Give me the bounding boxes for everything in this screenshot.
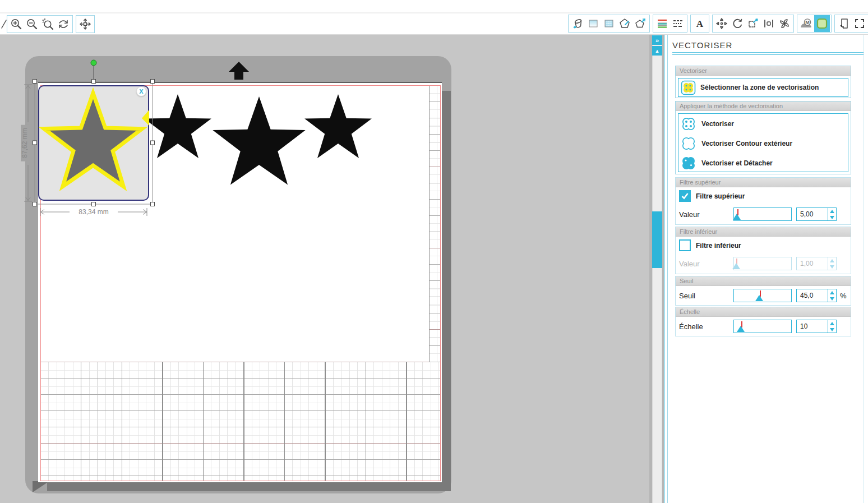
trace-method-list: Vectoriser Vectoriser Contour extérieur … <box>678 113 848 172</box>
zoom-in-button[interactable] <box>8 16 24 33</box>
trace-label: Vectoriser <box>701 120 734 128</box>
move-button[interactable] <box>714 15 730 32</box>
scale-row: Échelle 10 <box>679 320 848 333</box>
fill-color-button[interactable] <box>570 15 585 32</box>
spin-up-button[interactable] <box>828 289 836 296</box>
low-pass-value-spinner <box>828 257 837 270</box>
spacing-button[interactable] <box>761 15 777 32</box>
spin-down-button <box>828 264 836 270</box>
page-setup-icon <box>838 17 850 30</box>
high-pass-value-row: Valeur 5,00 <box>679 207 848 221</box>
high-pass-filter-label: Filtre supérieur <box>696 192 745 200</box>
section-header: Appliquer la méthode de vectorisation <box>676 101 851 111</box>
value-label: Valeur <box>679 210 733 219</box>
offset-icon <box>634 17 647 30</box>
scale-label: Échelle <box>679 322 733 331</box>
trace-and-detach-button[interactable]: Vectoriser et Détacher <box>678 153 848 173</box>
vectorize-button[interactable] <box>814 15 830 32</box>
line-style-icon <box>672 17 684 30</box>
trace-button[interactable]: Vectoriser <box>678 114 848 133</box>
high-pass-filter-checkbox-row[interactable]: Filtre supérieur <box>679 190 745 202</box>
section-threshold: Seuil Seuil 45,0 % <box>675 276 851 306</box>
scrollbar-track[interactable] <box>652 35 662 503</box>
zoom-selection-button[interactable] <box>40 16 56 33</box>
threshold-input[interactable]: 45,0 <box>796 289 828 302</box>
line-effects-button[interactable] <box>617 15 632 32</box>
toolbar-left <box>1 15 98 33</box>
slider-thumb[interactable] <box>755 295 763 301</box>
section-header: Seuil <box>676 276 851 286</box>
pan-icon <box>57 18 70 30</box>
select-trace-area-button[interactable]: Sélectionner la zone de vectorisation <box>678 78 848 97</box>
slider-thumb <box>732 263 740 269</box>
rotate-icon <box>731 17 744 30</box>
fit-to-page-icon <box>79 18 91 30</box>
spin-up-button <box>828 257 836 264</box>
section-trace-method: Appliquer la méthode de vectorisation Ve… <box>675 101 851 174</box>
offset-button[interactable] <box>632 15 648 32</box>
text-style-button[interactable]: A <box>692 15 708 32</box>
scrollbar-thumb[interactable] <box>652 211 662 268</box>
page-tools-group <box>834 15 868 33</box>
low-pass-filter-checkbox-row[interactable]: Filtre inférieur <box>679 239 741 251</box>
transform-tools-group <box>712 15 794 33</box>
slider-thumb[interactable] <box>733 214 741 220</box>
section-header: Vectoriser <box>676 66 851 76</box>
image-effects-icon: M <box>800 17 813 30</box>
panel-title: VECTORISER <box>672 40 732 50</box>
close-selection-button[interactable]: X <box>136 86 146 96</box>
zoom-tools-group <box>7 15 73 33</box>
trace-icon <box>680 116 697 132</box>
svg-text:A: A <box>696 19 704 29</box>
pencil-partial-icon[interactable] <box>1 17 7 31</box>
fill-gradient-button[interactable] <box>585 15 601 32</box>
title-rule <box>672 52 864 53</box>
line-color-button[interactable] <box>654 15 670 32</box>
spin-up-button[interactable] <box>828 208 836 214</box>
title-rule <box>672 54 864 55</box>
low-pass-filter-checkbox[interactable] <box>679 239 691 251</box>
trace-and-detach-icon <box>680 155 697 172</box>
threshold-slider[interactable] <box>733 289 792 302</box>
scroll-up-button[interactable]: ▲ <box>652 46 662 56</box>
section-low-pass-filter: Filtre inférieur Filtre inférieur Valeur… <box>675 227 851 274</box>
text-tools-group: A <box>690 15 709 33</box>
image-effects-button[interactable]: M <box>798 15 814 32</box>
move-icon <box>715 17 728 30</box>
page-setup-button[interactable] <box>836 15 852 32</box>
zoom-out-button[interactable] <box>24 16 40 33</box>
text-style-icon: A <box>694 17 706 30</box>
section-scale: Échelle Échelle 10 <box>675 307 851 336</box>
registration-marks-button[interactable] <box>852 15 867 32</box>
fill-pattern-button[interactable] <box>601 15 617 32</box>
section-header: Échelle <box>676 307 851 317</box>
threshold-label: Seuil <box>679 292 733 300</box>
scale-button[interactable] <box>745 15 761 32</box>
value-label: Valeur <box>679 260 733 268</box>
rotation-handle[interactable] <box>91 60 96 66</box>
spin-down-button[interactable] <box>828 214 836 220</box>
replicate-button[interactable] <box>777 15 792 32</box>
spin-down-button[interactable] <box>828 326 836 333</box>
fit-page-group <box>76 15 95 33</box>
high-pass-value-slider[interactable] <box>733 207 792 221</box>
trace-outer-edge-button[interactable]: Vectoriser Contour extérieur <box>678 133 848 153</box>
spin-down-button[interactable] <box>828 296 836 302</box>
fit-to-page-button[interactable] <box>77 16 93 33</box>
toolbar-right: A <box>568 15 868 33</box>
collapse-panel-button[interactable]: » <box>652 35 662 45</box>
fill-gradient-icon <box>587 17 599 30</box>
high-pass-filter-checkbox[interactable] <box>679 190 691 202</box>
slider-thumb[interactable] <box>737 326 745 332</box>
high-pass-value-input[interactable]: 5,00 <box>796 207 828 221</box>
vectorize-panel: VECTORISER Vectoriser Sélectionner la zo… <box>664 35 868 503</box>
spin-up-button[interactable] <box>828 320 836 326</box>
line-style-button[interactable] <box>670 15 686 32</box>
scale-spinner <box>828 320 837 333</box>
zoom-selection-icon <box>41 18 54 30</box>
design-canvas[interactable]: X 87,62 mm 83,34 mm <box>0 35 649 503</box>
pan-button[interactable] <box>56 16 71 33</box>
scale-slider[interactable] <box>733 320 792 333</box>
scale-input[interactable]: 10 <box>796 320 828 333</box>
rotate-button[interactable] <box>730 15 745 32</box>
